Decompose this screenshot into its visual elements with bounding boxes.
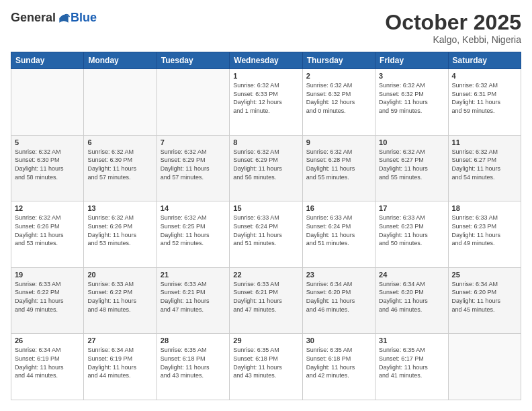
logo-text: General Blue (11, 11, 97, 25)
table-cell: 26Sunrise: 6:34 AM Sunset: 6:19 PM Dayli… (11, 334, 84, 400)
day-info: Sunrise: 6:33 AM Sunset: 6:23 PM Dayligh… (452, 214, 517, 247)
table-cell: 7Sunrise: 6:32 AM Sunset: 6:29 PM Daylig… (157, 135, 229, 201)
calendar-week-row: 19Sunrise: 6:33 AM Sunset: 6:22 PM Dayli… (11, 267, 521, 334)
table-cell: 29Sunrise: 6:35 AM Sunset: 6:18 PM Dayli… (230, 334, 302, 400)
day-info: Sunrise: 6:35 AM Sunset: 6:18 PM Dayligh… (306, 346, 371, 379)
day-number: 8 (233, 138, 298, 146)
table-cell: 6Sunrise: 6:32 AM Sunset: 6:30 PM Daylig… (84, 135, 157, 201)
table-cell: 10Sunrise: 6:32 AM Sunset: 6:27 PM Dayli… (375, 135, 448, 201)
calendar-table: Sunday Monday Tuesday Wednesday Thursday… (11, 52, 521, 400)
calendar-week-row: 5Sunrise: 6:32 AM Sunset: 6:30 PM Daylig… (11, 135, 521, 201)
table-cell (11, 69, 84, 136)
table-cell: 24Sunrise: 6:34 AM Sunset: 6:20 PM Dayli… (375, 267, 448, 334)
logo-blue: Blue (71, 11, 97, 25)
day-info: Sunrise: 6:34 AM Sunset: 6:20 PM Dayligh… (452, 280, 517, 314)
table-cell: 20Sunrise: 6:33 AM Sunset: 6:22 PM Dayli… (84, 267, 157, 334)
calendar-week-row: 12Sunrise: 6:32 AM Sunset: 6:26 PM Dayli… (11, 201, 521, 268)
table-cell: 19Sunrise: 6:33 AM Sunset: 6:22 PM Dayli… (11, 267, 84, 334)
day-info: Sunrise: 6:34 AM Sunset: 6:20 PM Dayligh… (306, 280, 371, 314)
location-subtitle: Kalgo, Kebbi, Nigeria (385, 34, 521, 45)
table-cell: 8Sunrise: 6:32 AM Sunset: 6:29 PM Daylig… (230, 135, 302, 201)
day-info: Sunrise: 6:32 AM Sunset: 6:29 PM Dayligh… (233, 148, 298, 181)
table-cell: 27Sunrise: 6:34 AM Sunset: 6:19 PM Dayli… (84, 334, 157, 400)
day-number: 13 (87, 204, 152, 212)
header: General Blue October 2025 Kalgo, Kebbi, … (11, 11, 521, 45)
day-info: Sunrise: 6:33 AM Sunset: 6:21 PM Dayligh… (233, 280, 298, 314)
day-info: Sunrise: 6:32 AM Sunset: 6:30 PM Dayligh… (87, 148, 152, 181)
table-cell (448, 334, 521, 400)
logo: General Blue (11, 11, 97, 25)
table-cell: 30Sunrise: 6:35 AM Sunset: 6:18 PM Dayli… (302, 334, 375, 400)
table-cell: 31Sunrise: 6:35 AM Sunset: 6:17 PM Dayli… (375, 334, 448, 400)
day-number: 10 (379, 138, 444, 146)
title-area: October 2025 Kalgo, Kebbi, Nigeria (385, 11, 521, 45)
day-number: 25 (452, 271, 517, 279)
day-number: 31 (379, 336, 444, 345)
day-info: Sunrise: 6:34 AM Sunset: 6:19 PM Dayligh… (87, 346, 152, 379)
day-number: 15 (233, 204, 298, 212)
calendar-week-row: 26Sunrise: 6:34 AM Sunset: 6:19 PM Dayli… (11, 334, 521, 400)
day-info: Sunrise: 6:32 AM Sunset: 6:32 PM Dayligh… (379, 81, 444, 115)
day-number: 14 (161, 204, 226, 212)
table-cell: 2Sunrise: 6:32 AM Sunset: 6:32 PM Daylig… (302, 69, 375, 136)
day-number: 29 (233, 336, 298, 345)
table-cell: 23Sunrise: 6:34 AM Sunset: 6:20 PM Dayli… (302, 267, 375, 334)
col-tuesday: Tuesday (157, 52, 229, 69)
day-number: 7 (161, 138, 226, 146)
day-info: Sunrise: 6:32 AM Sunset: 6:28 PM Dayligh… (306, 148, 371, 181)
table-cell: 9Sunrise: 6:32 AM Sunset: 6:28 PM Daylig… (302, 135, 375, 201)
day-info: Sunrise: 6:32 AM Sunset: 6:29 PM Dayligh… (161, 148, 226, 181)
day-info: Sunrise: 6:32 AM Sunset: 6:31 PM Dayligh… (452, 81, 517, 115)
day-number: 18 (452, 204, 517, 212)
day-number: 11 (452, 138, 517, 146)
day-info: Sunrise: 6:32 AM Sunset: 6:32 PM Dayligh… (306, 81, 371, 115)
day-number: 20 (87, 271, 152, 279)
day-number: 22 (233, 271, 298, 279)
day-info: Sunrise: 6:35 AM Sunset: 6:18 PM Dayligh… (233, 346, 298, 379)
day-number: 27 (87, 336, 152, 345)
day-info: Sunrise: 6:32 AM Sunset: 6:26 PM Dayligh… (15, 214, 80, 247)
col-thursday: Thursday (302, 52, 375, 69)
day-info: Sunrise: 6:35 AM Sunset: 6:18 PM Dayligh… (161, 346, 226, 379)
col-saturday: Saturday (448, 52, 521, 69)
calendar-week-row: 1Sunrise: 6:32 AM Sunset: 6:33 PM Daylig… (11, 69, 521, 136)
day-number: 21 (161, 271, 226, 279)
day-number: 1 (233, 72, 298, 80)
table-cell: 25Sunrise: 6:34 AM Sunset: 6:20 PM Dayli… (448, 267, 521, 334)
day-info: Sunrise: 6:33 AM Sunset: 6:21 PM Dayligh… (161, 280, 226, 314)
day-number: 17 (379, 204, 444, 212)
day-info: Sunrise: 6:32 AM Sunset: 6:33 PM Dayligh… (233, 81, 298, 115)
table-cell (84, 69, 157, 136)
day-info: Sunrise: 6:33 AM Sunset: 6:23 PM Dayligh… (379, 214, 444, 247)
day-info: Sunrise: 6:32 AM Sunset: 6:25 PM Dayligh… (161, 214, 226, 247)
logo-icon (57, 11, 71, 25)
day-number: 6 (87, 138, 152, 146)
day-info: Sunrise: 6:32 AM Sunset: 6:27 PM Dayligh… (379, 148, 444, 181)
day-number: 2 (306, 72, 371, 80)
table-cell: 13Sunrise: 6:32 AM Sunset: 6:26 PM Dayli… (84, 201, 157, 268)
table-cell: 22Sunrise: 6:33 AM Sunset: 6:21 PM Dayli… (230, 267, 302, 334)
day-info: Sunrise: 6:35 AM Sunset: 6:17 PM Dayligh… (379, 346, 444, 379)
day-info: Sunrise: 6:33 AM Sunset: 6:24 PM Dayligh… (306, 214, 371, 247)
table-cell: 21Sunrise: 6:33 AM Sunset: 6:21 PM Dayli… (157, 267, 229, 334)
col-wednesday: Wednesday (230, 52, 302, 69)
day-number: 4 (452, 72, 517, 80)
month-title: October 2025 (385, 11, 521, 34)
table-cell: 5Sunrise: 6:32 AM Sunset: 6:30 PM Daylig… (11, 135, 84, 201)
day-info: Sunrise: 6:32 AM Sunset: 6:26 PM Dayligh… (87, 214, 152, 247)
table-cell: 4Sunrise: 6:32 AM Sunset: 6:31 PM Daylig… (448, 69, 521, 136)
day-info: Sunrise: 6:32 AM Sunset: 6:30 PM Dayligh… (15, 148, 80, 181)
table-cell: 15Sunrise: 6:33 AM Sunset: 6:24 PM Dayli… (230, 201, 302, 268)
day-number: 30 (306, 336, 371, 345)
day-number: 28 (161, 336, 226, 345)
day-number: 19 (15, 271, 80, 279)
day-number: 9 (306, 138, 371, 146)
day-number: 5 (15, 138, 80, 146)
table-cell: 3Sunrise: 6:32 AM Sunset: 6:32 PM Daylig… (375, 69, 448, 136)
day-info: Sunrise: 6:32 AM Sunset: 6:27 PM Dayligh… (452, 148, 517, 181)
table-cell: 12Sunrise: 6:32 AM Sunset: 6:26 PM Dayli… (11, 201, 84, 268)
logo-general: General (11, 11, 56, 25)
day-number: 26 (15, 336, 80, 345)
day-info: Sunrise: 6:33 AM Sunset: 6:24 PM Dayligh… (233, 214, 298, 247)
day-info: Sunrise: 6:33 AM Sunset: 6:22 PM Dayligh… (87, 280, 152, 314)
